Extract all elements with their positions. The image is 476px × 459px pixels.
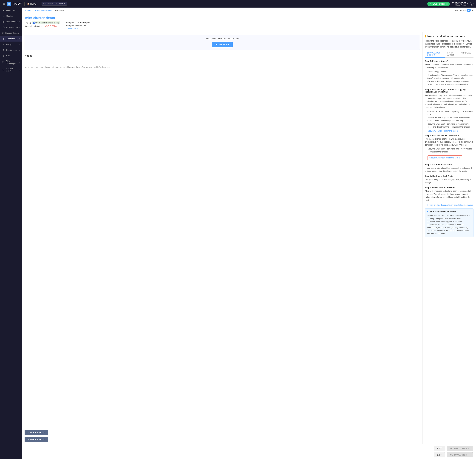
sidebar-arrow-infrastructure: ›	[19, 27, 20, 28]
logo-text: RAFAY	[13, 2, 22, 6]
sidebar-arrow-integrations: ›	[19, 49, 20, 51]
sidebar-icon-gitops: ⑂	[2, 43, 5, 46]
firewall-text: In multi-node cluster, ensure that the h…	[427, 214, 471, 235]
sidebar-label-opa: OPA Gatekeeper	[6, 60, 18, 65]
nav-divider	[24, 2, 25, 6]
sidebar-icon-backuprestore: ⟳	[2, 32, 4, 34]
sidebar-label-dashboard: Dashboard	[6, 9, 16, 11]
sidebar-item-cost[interactable]: $ Cost	[0, 53, 22, 58]
review-docs-link[interactable]: ⇒ Review product documentation for detai…	[425, 204, 474, 206]
sidebar-item-opa[interactable]: 🛡 OPA Gatekeeper ›	[0, 58, 22, 66]
tab-arm64[interactable]: LINUX ARM64	[445, 50, 459, 58]
refresh-badge: 5s	[467, 9, 471, 12]
breadcrumb-current: Provision	[55, 9, 64, 12]
breadcrumb: Clusters › mks-cluster-demo1 › Provision	[25, 9, 64, 12]
sidebar-item-gitops[interactable]: ⑂ GitOps ›	[0, 42, 22, 47]
blueprint-version-row: Blueprint Version : v6	[66, 24, 90, 27]
step-3: Step 3. Run Installer On Each Node Run t…	[425, 134, 474, 161]
back-to-edit-button-1[interactable]: ← BACK TO EDIT	[25, 430, 48, 435]
status-row: Operational Status : NOT_READY	[25, 25, 60, 27]
sidebar-arrow-gitops: ›	[19, 44, 20, 45]
sidebar-item-applications[interactable]: ⊞ Applications ›	[0, 36, 22, 42]
sidebar-label-backuprestore: Backup/Restore	[5, 32, 19, 34]
nodes-title: Nodes	[25, 53, 420, 59]
arch-tabs: LINUX AMD64 (X86-64) LINUX ARM64 WINDOWS	[425, 50, 474, 58]
back-to-edit-button-2[interactable]: ← BACK TO EDIT	[25, 437, 48, 442]
sidebar-label-environments: Environments	[6, 21, 18, 23]
sidebar-item-integrations[interactable]: ⚙ Integrations ›	[0, 47, 22, 53]
firewall-title: ℹ Verify Host Firewall Settings	[427, 210, 471, 213]
sidebar-arrow-network: ›	[19, 69, 20, 71]
sidebar-icon-catalog: ☰	[2, 15, 5, 17]
k8s-icon: K	[33, 22, 35, 24]
sidebar-item-infrastructure[interactable]: ⬡ Infrastructure ›	[0, 25, 22, 30]
action-rows: EXIT GO TO CLUSTER → EXIT GO TO CLUSTER …	[434, 446, 473, 458]
provision-button[interactable]: ☰ Provision	[212, 42, 233, 47]
step-1: Step 1. Prepare Node(s) Ensure that the …	[425, 60, 474, 86]
sidebar-label-cost: Cost	[6, 55, 10, 57]
help-button[interactable]: ?	[470, 2, 474, 6]
tab-windows[interactable]: WINDOWS	[459, 50, 474, 58]
breadcrumb-clusters-link[interactable]: Clusters	[25, 9, 33, 12]
breadcrumb-sep2: ›	[54, 9, 54, 12]
nodes-empty-text: No nodes have been discovered. Your node…	[25, 61, 420, 73]
blueprint-row: Blueprint : demo-blueprint	[66, 21, 90, 24]
step-6: Step 6. Provision Cluster/Node After all…	[425, 186, 474, 202]
go-cluster-button-1[interactable]: GO TO CLUSTER →	[447, 446, 473, 451]
sidebar-item-dashboard[interactable]: ⊞ Dashboard	[0, 8, 22, 13]
nodes-section: Nodes No nodes have been discovered. You…	[22, 53, 422, 75]
sidebar-item-network[interactable]: ⬡ Network Policy ›	[0, 66, 22, 74]
sidebar-icon-network: ⬡	[2, 69, 5, 71]
sidebar-label-catalog: Catalog	[6, 15, 13, 17]
sidebar-arrow-environments: ›	[19, 21, 20, 23]
main-split: Please select minimum 1 Master node ☰ Pr…	[22, 32, 476, 444]
launch-copilot-button[interactable]: ✦ Launch Copilot	[427, 2, 450, 6]
sidebar-item-backuprestore[interactable]: ⟳ Backup/Restore ›	[0, 30, 22, 36]
breadcrumb-cluster-link[interactable]: mks-cluster-demo1	[35, 9, 53, 12]
sidebar-icon-dashboard: ⊞	[2, 9, 5, 12]
info-icon: ℹ	[425, 35, 426, 38]
left-panel: Please select minimum 1 Master node ☰ Pr…	[22, 32, 423, 444]
sidebar-label-gitops: GitOps	[6, 43, 12, 45]
sidebar-label-integrations: Integrations	[6, 49, 17, 51]
scope-selector[interactable]: SCOPE: PROJECT mks ▾	[42, 2, 67, 6]
logo: R RAFAY	[7, 1, 22, 6]
sidebar-icon-opa: 🛡	[2, 61, 5, 64]
logo-icon: R	[7, 1, 11, 6]
sidebar-icon-infrastructure: ⬡	[2, 26, 5, 29]
sidebar-item-environments[interactable]: ◫ Environments ›	[0, 19, 22, 25]
main-content: Clusters › mks-cluster-demo1 › Provision…	[22, 8, 476, 459]
tab-amd64[interactable]: LINUX AMD64 (X86-64)	[425, 50, 445, 58]
step-4: Step 4. Approve Each Node If auto-approv…	[425, 163, 474, 173]
copy-amd64-link-step2[interactable]: Copy Linux amd64 command here ⧉	[427, 130, 458, 132]
type-badge: K Upstream Kubernetes (Linux)	[32, 21, 60, 24]
copy-amd64-link-step3[interactable]: Copy Linux amd64 command here ⧉	[429, 157, 460, 159]
cluster-meta: Type : K Upstream Kubernetes (Linux) Ope…	[25, 21, 473, 30]
copy-link-box-step3: Copy Linux amd64 command here ⧉	[427, 155, 462, 160]
user-menu[interactable]: ankur@rafay.co Rafay Demos ▾	[452, 2, 468, 6]
breadcrumb-sep1: ›	[34, 9, 34, 12]
exit-button-2[interactable]: EXIT	[434, 452, 445, 458]
chevron-down-icon[interactable]: ▾	[472, 9, 473, 11]
hamburger-icon[interactable]: ☰	[2, 2, 5, 6]
action-row-1: EXIT GO TO CLUSTER →	[434, 446, 473, 451]
provision-alert: Please select minimum 1 Master node ☰ Pr…	[25, 35, 420, 50]
copilot-icon: ✦	[430, 3, 432, 5]
auto-refresh: Auto Refresh 5s ▾	[455, 9, 473, 12]
copy-icon: ⧉	[457, 130, 458, 132]
step-5: Step 5. Configure Each Node Configure ev…	[425, 175, 474, 184]
sidebar-arrow-backuprestore: ›	[21, 32, 21, 34]
user-chevron-icon: ▾	[467, 3, 468, 5]
copy-icon: ⧉	[459, 157, 460, 159]
step-2: Step 2. Run Pre Flight Checks on copying…	[425, 88, 474, 132]
sidebar-icon-cost: $	[2, 54, 5, 57]
sidebar-item-catalog[interactable]: ☰ Catalog	[0, 13, 22, 19]
exit-button-1[interactable]: EXIT	[434, 446, 445, 451]
sidebar-label-infrastructure: Infrastructure	[6, 26, 18, 28]
cluster-header: mks-cluster-demo1 Type : K Upstream Kube…	[22, 13, 476, 32]
home-link[interactable]: 🏠 HOME	[27, 3, 36, 5]
type-row: Type : K Upstream Kubernetes (Linux)	[25, 21, 60, 24]
go-cluster-button-2[interactable]: GO TO CLUSTER →	[447, 452, 473, 458]
view-more-link[interactable]: View more →	[66, 27, 90, 30]
breadcrumb-bar: Clusters › mks-cluster-demo1 › Provision…	[22, 8, 476, 13]
